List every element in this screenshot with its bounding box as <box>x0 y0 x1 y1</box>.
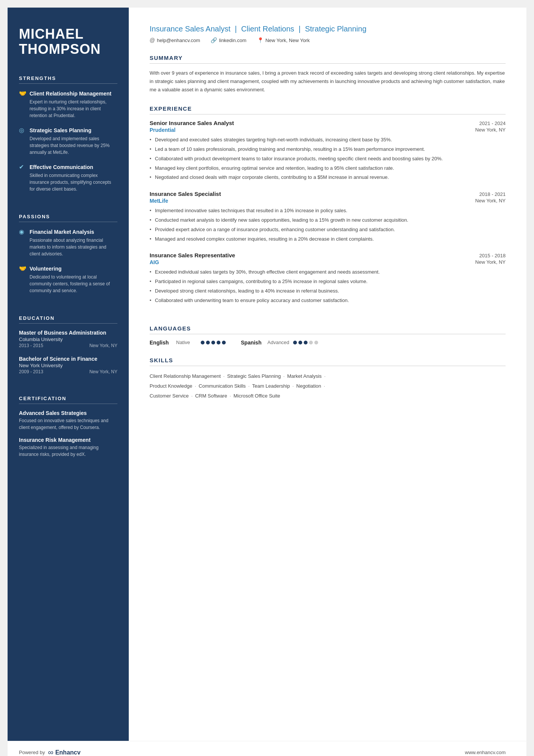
email-text: help@enhancv.com <box>157 38 200 43</box>
contact-linkedin: 🔗 linkedin.com <box>211 37 246 43</box>
job-title-part-2: Client Relations <box>241 25 294 33</box>
bullet-1-3: Collaborated with product development te… <box>150 155 506 163</box>
name-block: MICHAEL THOMPSON <box>19 27 117 56</box>
bullet-3-3: Developed strong client relationships, l… <box>150 287 506 295</box>
bullet-1-1: Developed and executed sales strategies … <box>150 136 506 144</box>
skill-2-2: Communication Skills <box>199 383 246 389</box>
resume-wrapper: MICHAEL THOMPSON STRENGTHS 🤝 Client Rela… <box>8 8 526 756</box>
cert-item-1: Advanced Sales Strategies Focused on inn… <box>19 410 117 431</box>
edu-item-2: Bachelor of Science in Finance New York … <box>19 356 117 374</box>
strength-icon-1: 🤝 <box>19 90 27 97</box>
dot-es-5 <box>314 341 318 344</box>
powered-by-text: Powered by <box>19 750 45 755</box>
exp-title-1: Senior Insurance Sales Analyst <box>150 120 234 126</box>
skills-row-3: Customer Service · CRM Software · Micros… <box>150 391 506 401</box>
skill-2-4: Negotiation <box>296 383 321 389</box>
lang-item-english: English Native <box>150 340 226 346</box>
lang-item-spanish: Spanish Advanced <box>241 340 318 346</box>
bullet-3-4: Collaborated with underwriting team to e… <box>150 297 506 305</box>
exp-bullets-3: Exceeded individual sales targets by 30%… <box>150 268 506 304</box>
passion-header-1: ◉ Financial Market Analysis <box>19 228 117 235</box>
passion-title-2: Volunteering <box>30 266 62 272</box>
strength-header-1: 🤝 Client Relationship Management <box>19 90 117 97</box>
passion-header-2: 🤝 Volunteering <box>19 265 117 272</box>
separator-2: | <box>298 25 303 33</box>
exp-sub-3: AIG New York, NY <box>150 259 506 265</box>
dot-es-4 <box>309 341 313 344</box>
cert-title-2: Insurance Risk Management <box>19 437 117 443</box>
skills-row-1: Client Relationship Management · Strateg… <box>150 371 506 381</box>
contact-email: @ help@enhancv.com <box>150 37 200 43</box>
skill-2-3: Team Leadership <box>252 383 290 389</box>
job-title-line: Insurance Sales Analyst | Client Relatio… <box>150 25 506 33</box>
edu-years-1: 2013 - 2015 <box>19 343 43 348</box>
footer-logo: ∞ Enhancv <box>48 748 81 756</box>
dot-en-4 <box>217 341 220 344</box>
exp-title-3: Insurance Sales Representative <box>150 252 235 258</box>
bullet-2-1: Implemented innovative sales techniques … <box>150 207 506 215</box>
summary-section: SUMMARY With over 9 years of experience … <box>150 55 506 94</box>
strength-item-3: ✔ Effective Communication Skilled in com… <box>19 163 117 193</box>
experience-section: EXPERIENCE Senior Insurance Sales Analys… <box>150 105 506 313</box>
email-icon: @ <box>150 37 155 43</box>
exp-date-3: 2015 - 2018 <box>479 253 506 258</box>
job-title-part-1: Insurance Sales Analyst <box>150 25 230 33</box>
strength-header-3: ✔ Effective Communication <box>19 163 117 171</box>
exp-header-2: Insurance Sales Specialist 2018 - 2021 <box>150 191 506 197</box>
exp-sub-2: MetLife New York, NY <box>150 198 506 204</box>
skill-3-1: Customer Service <box>150 393 189 399</box>
footer-left: Powered by ∞ Enhancv <box>19 748 81 756</box>
exp-loc-1: New York, NY <box>475 127 506 133</box>
summary-title: SUMMARY <box>150 55 506 64</box>
footer: Powered by ∞ Enhancv www.enhancv.com <box>8 741 526 756</box>
exp-title-2: Insurance Sales Specialist <box>150 191 221 197</box>
languages-title: LANGUAGES <box>150 325 506 334</box>
enhancv-brand: Enhancv <box>55 749 81 756</box>
lang-dots-english <box>201 341 226 344</box>
strength-desc-2: Developed and implemented sales strategi… <box>19 135 117 156</box>
edu-years-2: 2009 - 2013 <box>19 369 43 374</box>
exp-loc-3: New York, NY <box>475 259 506 265</box>
summary-text: With over 9 years of experience in insur… <box>150 69 506 94</box>
dot-en-5 <box>222 341 226 344</box>
skill-1-2: Strategic Sales Planning <box>227 373 281 379</box>
dot-en-2 <box>206 341 210 344</box>
strength-title-1: Client Relationship Management <box>30 91 111 97</box>
exp-sub-1: Prudential New York, NY <box>150 127 506 133</box>
passion-item-1: ◉ Financial Market Analysis Passionate a… <box>19 228 117 257</box>
edu-meta-2: 2009 - 2013 New York, NY <box>19 369 117 374</box>
passion-title-1: Financial Market Analysis <box>30 229 94 235</box>
candidate-name: MICHAEL THOMPSON <box>19 27 117 56</box>
sidebar: MICHAEL THOMPSON STRENGTHS 🤝 Client Rela… <box>8 8 129 741</box>
edu-school-1: Columbia University <box>19 337 117 342</box>
linkedin-icon: 🔗 <box>211 37 217 43</box>
contact-line: @ help@enhancv.com 🔗 linkedin.com 📍 New … <box>150 37 506 43</box>
exp-date-1: 2021 - 2024 <box>479 121 506 126</box>
exp-date-2: 2018 - 2021 <box>479 191 506 197</box>
bullet-1-2: Led a team of 10 sales professionals, pr… <box>150 146 506 153</box>
strength-icon-2: ◎ <box>19 127 27 134</box>
strength-header-2: ◎ Strategic Sales Planning <box>19 127 117 134</box>
passion-desc-2: Dedicated to volunteering at local commu… <box>19 274 117 294</box>
cert-desc-1: Focused on innovative sales techniques a… <box>19 417 117 431</box>
edu-location-2: New York, NY <box>89 369 117 374</box>
main-header: Insurance Sales Analyst | Client Relatio… <box>150 25 506 43</box>
footer-right: www.enhancv.com <box>465 750 506 755</box>
lang-dots-spanish <box>293 341 318 344</box>
skill-1-3: Market Analysis <box>287 373 322 379</box>
lang-name-english: English <box>150 340 172 346</box>
passions-section: PASSIONS ◉ Financial Market Analysis Pas… <box>19 214 117 302</box>
location-text: New York, New York <box>265 38 310 43</box>
skill-3-2: CRM Software <box>195 393 227 399</box>
exp-company-3: AIG <box>150 259 159 265</box>
contact-location: 📍 New York, New York <box>257 37 310 43</box>
bullet-2-3: Provided expert advice on a range of ins… <box>150 226 506 234</box>
strengths-title: STRENGTHS <box>19 75 117 84</box>
exp-header-3: Insurance Sales Representative 2015 - 20… <box>150 252 506 258</box>
cert-title-1: Advanced Sales Strategies <box>19 410 117 416</box>
dot-es-2 <box>298 341 302 344</box>
strength-item-2: ◎ Strategic Sales Planning Developed and… <box>19 127 117 156</box>
exp-header-1: Senior Insurance Sales Analyst 2021 - 20… <box>150 120 506 126</box>
lang-level-english: Native <box>176 340 197 345</box>
exp-item-2: Insurance Sales Specialist 2018 - 2021 M… <box>150 191 506 243</box>
